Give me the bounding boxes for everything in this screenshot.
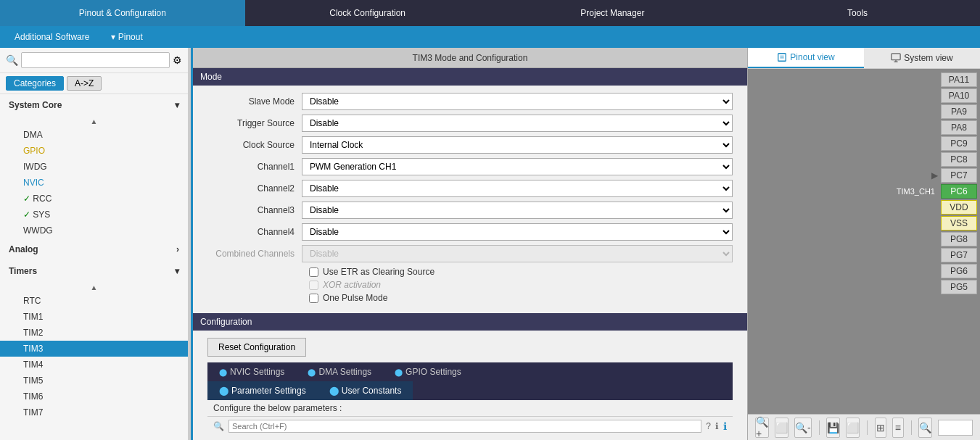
pin-row-pg8: PG8 — [748, 231, 980, 247]
sidebar-item-tim6[interactable]: TIM6 — [0, 389, 188, 404]
tab-dma-settings[interactable]: ⬤ DMA Settings — [296, 362, 383, 381]
timers-scroll-up-arrow[interactable]: ▲ — [91, 283, 98, 291]
nav-additional-software[interactable]: Additional Software — [15, 32, 89, 42]
param-info-icon[interactable]: ℹ — [715, 421, 719, 431]
sidebar-item-tim5[interactable]: TIM5 — [0, 373, 188, 389]
zoom-out-button[interactable]: 🔍- — [794, 418, 812, 438]
sidebar-item-sys[interactable]: SYS — [0, 207, 188, 223]
channel4-select[interactable]: Disable — [302, 223, 733, 241]
sidebar-item-rcc[interactable]: RCC — [0, 191, 188, 207]
section-analog-header[interactable]: Analog › — [0, 238, 188, 260]
sidebar-search-input[interactable] — [21, 52, 170, 68]
sidebar-item-tim4[interactable]: TIM4 — [0, 357, 188, 373]
pin-row-pa10: PA10 — [748, 88, 980, 104]
one-pulse-checkbox[interactable] — [309, 294, 318, 303]
config-area: Mode Slave Mode Disable Trigger Source — [193, 68, 747, 440]
chevron-down-icon: ▾ — [175, 100, 179, 110]
list-button[interactable]: ≡ — [892, 418, 904, 438]
tab-gpio-settings[interactable]: ⬤ GPIO Settings — [383, 362, 473, 381]
tab-parameter-settings[interactable]: ⬤ Parameter Settings — [207, 381, 318, 400]
channel1-select[interactable]: PWM Generation CH1 — [302, 158, 733, 175]
xor-activation-label: XOR activation — [323, 280, 381, 290]
xor-activation-checkbox[interactable] — [309, 281, 318, 290]
sidebar-item-iwdg[interactable]: IWDG — [0, 159, 188, 175]
sidebar-item-tim3[interactable]: TIM3 — [0, 341, 188, 357]
toolbar-separator-1 — [819, 420, 820, 435]
slave-mode-select[interactable]: Disable — [302, 93, 733, 110]
pin-box-pa9[interactable]: PA9 — [941, 104, 977, 119]
sidebar-divider[interactable] — [189, 48, 193, 440]
toolbar-separator-3 — [911, 420, 912, 435]
tab-system-view[interactable]: System view — [864, 48, 980, 68]
nav-tools[interactable]: Tools — [735, 0, 980, 26]
nav-clock-config[interactable]: Clock Configuration — [245, 0, 490, 26]
trigger-source-select[interactable]: Disable — [302, 115, 733, 132]
pin-box-pc6[interactable]: PC6 — [941, 184, 977, 199]
pin-box-pa8[interactable]: PA8 — [941, 120, 977, 135]
sidebar-search-area: 🔍 ⚙ — [0, 48, 188, 73]
tab-nvic-settings[interactable]: ⬤ NVIC Settings — [207, 362, 296, 381]
clock-source-select[interactable]: Internal Clock — [302, 136, 733, 154]
toolbar-separator-2 — [867, 420, 868, 435]
combined-channels-row: Combined Channels Disable — [207, 245, 733, 262]
pin-box-pg5[interactable]: PG5 — [941, 280, 977, 294]
channel2-select[interactable]: Disable — [302, 180, 733, 197]
user-const-tab-dot: ⬤ — [329, 386, 339, 396]
combined-channels-select[interactable]: Disable — [302, 245, 733, 262]
param-search-input[interactable] — [228, 420, 701, 433]
pin-box-pa10[interactable]: PA10 — [941, 88, 977, 103]
search-icon: 🔍 — [6, 54, 18, 66]
pin-box-pg6[interactable]: PG6 — [941, 264, 977, 278]
fit-button[interactable]: ⬜ — [775, 418, 788, 438]
pin-box-pc9[interactable]: PC9 — [941, 136, 977, 151]
center-panel-title: TIM3 Mode and Configuration — [193, 48, 747, 68]
pin-row-pa9: PA9 — [748, 104, 980, 120]
pin-arrow-pc7: ▶ — [931, 170, 938, 180]
search-pin-button[interactable]: 🔍 — [918, 418, 932, 438]
tab-categories[interactable]: Categories — [6, 76, 64, 91]
sidebar-item-tim7[interactable]: TIM7 — [0, 404, 188, 420]
pin-box-vdd[interactable]: VDD — [941, 200, 977, 215]
param-search-icon: 🔍 — [213, 421, 224, 431]
sidebar-item-wwdg[interactable]: WWDG — [0, 223, 188, 238]
sidebar-item-nvic[interactable]: NVIC — [0, 175, 188, 191]
pin-box-pc8[interactable]: PC8 — [941, 152, 977, 167]
second-navigation: Additional Software ▾ Pinout — [0, 26, 980, 48]
nav-pinout[interactable]: ▾ Pinout — [111, 32, 142, 42]
param-help-icon[interactable]: ? — [706, 421, 711, 431]
tab-pinout-view[interactable]: Pinout view — [748, 48, 864, 68]
sidebar-item-dma[interactable]: DMA — [0, 127, 188, 143]
tab-user-constants[interactable]: ⬤ User Constants — [318, 381, 413, 400]
pin-box-vss[interactable]: VSS — [941, 216, 977, 231]
section-timers-header[interactable]: Timers ▾ — [0, 260, 188, 282]
scroll-up-arrow[interactable]: ▲ — [91, 117, 98, 125]
reset-config-button[interactable]: Reset Configuration — [207, 338, 306, 357]
pin-search-input[interactable] — [942, 423, 969, 432]
save-image-button[interactable]: 💾 — [826, 418, 840, 438]
sidebar-item-gpio[interactable]: GPIO — [0, 143, 188, 159]
channel2-row: Channel2 Disable — [207, 180, 733, 197]
mode-form: Slave Mode Disable Trigger Source Disabl… — [193, 86, 747, 313]
zoom-in-button[interactable]: 🔍+ — [755, 418, 769, 438]
sidebar-item-tim2[interactable]: TIM2 — [0, 325, 188, 341]
pin-row-pc9: PC9 — [748, 136, 980, 151]
nav-project-manager[interactable]: Project Manager — [490, 0, 736, 26]
tab-az[interactable]: A->Z — [67, 76, 102, 91]
layout-button[interactable]: ⬜ — [846, 418, 860, 438]
slave-mode-row: Slave Mode Disable — [207, 93, 733, 110]
channel3-select[interactable]: Disable — [302, 202, 733, 219]
pin-box-pa11[interactable]: PA11 — [941, 72, 977, 87]
etr-clearing-checkbox[interactable] — [309, 267, 318, 277]
param-info-filled-icon[interactable]: ℹ — [723, 420, 727, 432]
pin-box-pc7[interactable]: PC7 — [941, 168, 977, 183]
sidebar-item-rtc[interactable]: RTC — [0, 293, 188, 309]
pin-box-pg8[interactable]: PG8 — [941, 232, 977, 246]
settings-icon[interactable]: ⚙ — [173, 54, 182, 66]
pin-box-pg7[interactable]: PG7 — [941, 248, 977, 262]
nav-pinout-config[interactable]: Pinout & Configuration — [0, 0, 245, 26]
sidebar-item-tim1[interactable]: TIM1 — [0, 309, 188, 325]
pin-row-pa11: PA11 — [748, 72, 980, 88]
section-system-core-header[interactable]: System Core ▾ — [0, 94, 188, 116]
grid-button[interactable]: ⊞ — [875, 418, 886, 438]
etr-clearing-checkbox-row: Use ETR as Clearing Source — [207, 267, 733, 277]
